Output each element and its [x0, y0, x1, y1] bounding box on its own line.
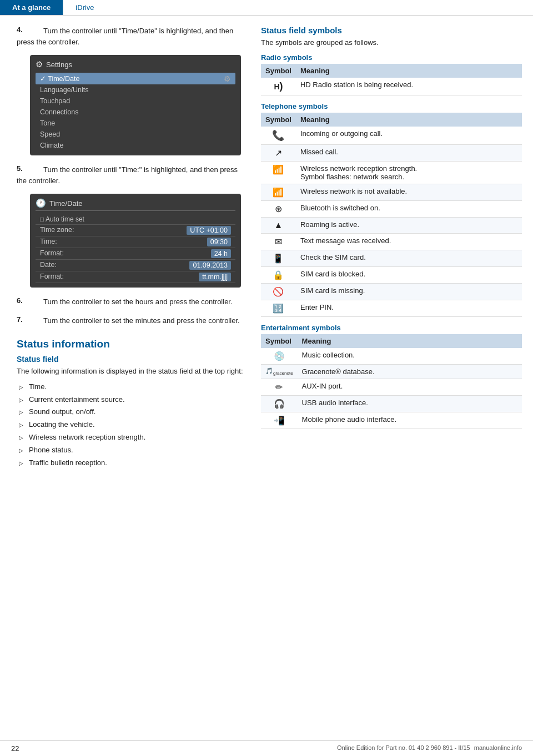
status-field-list: Time. Current entertainment source. Soun… — [19, 381, 244, 470]
meaning-bluetooth: Bluetooth is switched on. — [296, 201, 522, 218]
table-row: 🎵gracenote Gracenote® database. — [261, 365, 522, 379]
bullet-phone: Phone status. — [19, 444, 244, 457]
table-row: 📲 Mobile phone audio interface. — [261, 412, 522, 429]
settings-item-touchpad: Touchpad — [36, 95, 235, 107]
date-value: 01.09.2013 — [189, 261, 231, 270]
symbol-music-collection: 💿 — [261, 348, 298, 365]
step-5-num: 5. — [17, 164, 28, 173]
meaning-hd: HD Radio station is being received. — [296, 78, 522, 95]
page-number: 22 — [11, 744, 19, 753]
timedate-label: Time/Date — [49, 199, 82, 208]
format2-value: tt.mm.jjjj — [199, 273, 231, 281]
symbol-sms: ✉ — [261, 234, 296, 250]
meaning-pin: Enter PIN. — [296, 300, 522, 317]
table-row: 🔢 Enter PIN. — [261, 300, 522, 317]
ent-col-meaning: Meaning — [298, 334, 522, 348]
step-6-text: Turn the controller to set the hours and… — [43, 298, 233, 306]
settings-item-connections: Connections — [36, 107, 235, 118]
auto-time-set-row: □ Auto time set — [36, 214, 235, 225]
table-row: 🎧 USB audio interface. — [261, 396, 522, 412]
bullet-locating: Locating the vehicle. — [19, 419, 244, 431]
symbols-description: The symbols are grouped as follows. — [261, 38, 522, 47]
symbol-pin: 🔢 — [261, 300, 296, 317]
symbol-usb: 🎧 — [261, 396, 298, 412]
settings-item-climate: Climate — [36, 140, 235, 151]
symbol-bluetooth: ⊛ — [261, 201, 296, 218]
table-row: ↗ Missed call. — [261, 145, 522, 162]
symbol-gracenote: 🎵gracenote — [261, 365, 298, 379]
step-6: 6. Turn the controller to set the hours … — [17, 296, 244, 308]
symbol-aux: ✏ — [261, 379, 298, 396]
step-7: 7. Turn the controller to set the minute… — [17, 315, 244, 326]
symbol-sim-blocked: 🔒 — [261, 267, 296, 284]
check-icon: ✓ — [40, 75, 46, 83]
step-7-text: Turn the controller to set the minutes a… — [43, 316, 240, 325]
gear-icon-right: ⚙ — [224, 74, 231, 83]
right-column: Status field symbols The symbols are gro… — [255, 26, 533, 469]
meaning-gracenote: Gracenote® database. — [298, 365, 522, 379]
table-row: ▲ Roaming is active. — [261, 218, 522, 234]
settings-item-tone: Tone — [36, 118, 235, 129]
meaning-mobile-audio: Mobile phone audio interface. — [298, 412, 522, 429]
meaning-sim-blocked: SIM card is blocked. — [296, 267, 522, 284]
format1-value: 24 h — [211, 249, 231, 258]
step-4: 4. Turn the controller until "Time/Date"… — [17, 26, 244, 47]
format2-row: Format: tt.mm.jjjj — [36, 271, 235, 283]
symbol-hd: H) — [261, 78, 296, 95]
settings-label: Settings — [46, 61, 72, 69]
step-5-text: Turn the controller until "Time:" is hig… — [17, 165, 238, 185]
status-field-subheading: Status field — [17, 355, 244, 364]
time-row: Time: 09:30 — [36, 236, 235, 248]
meaning-usb: USB audio interface. — [298, 396, 522, 412]
meaning-roaming: Roaming is active. — [296, 218, 522, 234]
symbol-mobile-audio: 📲 — [261, 412, 298, 429]
tab-idrive[interactable]: iDrive — [63, 0, 106, 15]
radio-col-meaning: Meaning — [296, 64, 522, 78]
status-field-description: The following information is displayed i… — [17, 366, 244, 377]
settings-title: ⚙ Settings — [36, 59, 235, 69]
bullet-wireless: Wireless network reception strength. — [19, 431, 244, 444]
table-row: H) HD Radio station is being received. — [261, 78, 522, 95]
entertainment-symbols-subtitle: Entertainment symbols — [261, 324, 522, 332]
settings-item-timedate: ✓ Time/Date ⚙ — [36, 73, 235, 84]
step-4-text: Turn the controller until "Time/Date" is… — [17, 27, 233, 46]
step-6-num: 6. — [17, 296, 28, 305]
settings-item-language: Language/Units — [36, 84, 235, 95]
entertainment-symbols-table: Symbol Meaning 💿 Music collection. 🎵grac… — [261, 334, 522, 429]
bullet-time: Time. — [19, 381, 244, 394]
timezone-label: Time zone: — [40, 226, 74, 235]
date-label: Date: — [40, 261, 57, 270]
radio-symbols-table: Symbol Meaning H) HD Radio station is be… — [261, 64, 522, 95]
footer: 22 Online Edition for Part no. 01 40 2 9… — [0, 740, 533, 756]
ent-col-symbol: Symbol — [261, 334, 298, 348]
symbol-roaming: ▲ — [261, 218, 296, 234]
tab-at-a-glance[interactable]: At a glance — [0, 0, 63, 15]
radio-col-symbol: Symbol — [261, 64, 296, 78]
bullet-traffic: Traffic bulletin reception. — [19, 457, 244, 470]
tel-col-symbol: Symbol — [261, 113, 296, 127]
symbol-no-signal: 📶 — [261, 184, 296, 201]
date-row: Date: 01.09.2013 — [36, 260, 235, 271]
meaning-check-sim: Check the SIM card. — [296, 250, 522, 267]
step-4-num: 4. — [17, 26, 28, 34]
timezone-value: UTC +01:00 — [187, 226, 231, 235]
table-row: ⊛ Bluetooth is switched on. — [261, 201, 522, 218]
table-row: 📞 Incoming or outgoing call. — [261, 127, 522, 145]
step-5: 5. Turn the controller until "Time:" is … — [17, 164, 244, 186]
footer-copyright: Online Edition for Part no. 01 40 2 960 … — [337, 744, 522, 753]
tel-col-meaning: Meaning — [296, 113, 522, 127]
symbol-check-sim: 📱 — [261, 250, 296, 267]
table-row: ✉ Text message was received. — [261, 234, 522, 250]
meaning-no-signal: Wireless network is not available. — [296, 184, 522, 201]
main-content: 4. Turn the controller until "Time/Date"… — [0, 16, 533, 469]
gear-icon: ⚙ — [36, 59, 43, 69]
table-row: 💿 Music collection. — [261, 348, 522, 365]
symbol-signal-strength: 📶 — [261, 162, 296, 184]
radio-symbols-subtitle: Radio symbols — [261, 53, 522, 62]
timezone-row: Time zone: UTC +01:00 — [36, 225, 235, 236]
settings-screenshot: ⚙ Settings ✓ Time/Date ⚙ Language/Units … — [30, 55, 241, 155]
settings-item-speed: Speed — [36, 129, 235, 140]
meaning-signal-strength: Wireless network reception strength.Symb… — [296, 162, 522, 184]
table-row: 📶 Wireless network is not available. — [261, 184, 522, 201]
header-tabs: At a glance iDrive — [0, 0, 533, 16]
